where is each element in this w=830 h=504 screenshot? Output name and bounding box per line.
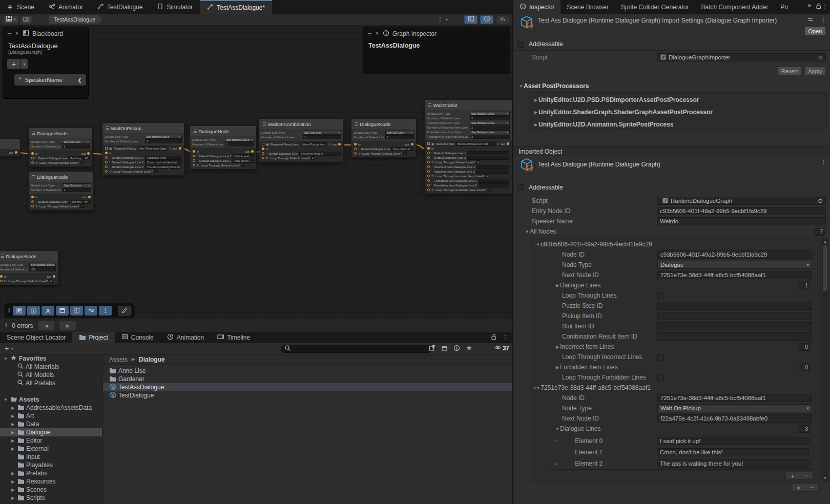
value-field[interactable]: f22a475e-4c2f-41c6-9b73-6a83498abfe0 (657, 414, 812, 423)
checkbox[interactable] (657, 354, 664, 361)
kebab-icon[interactable]: ⋮ (502, 334, 508, 341)
out-port[interactable] (179, 147, 181, 150)
graph-toolbar-grid-button[interactable] (70, 306, 83, 316)
check-port[interactable] (427, 175, 430, 177)
breadcrumb[interactable]: TestAssDialogue (49, 15, 103, 24)
foldout-arrow-icon[interactable]: ▶ (10, 414, 15, 418)
blackboard-panel[interactable]: ☰ ▼ Blackboard TestAssDialogue (Dialogue… (3, 27, 89, 99)
in-port[interactable] (193, 150, 195, 153)
foldout-arrow-icon[interactable]: ▶ (533, 98, 538, 102)
search-by-type-button[interactable] (427, 345, 437, 353)
value-field[interactable] (657, 332, 812, 341)
search-field[interactable] (281, 345, 432, 353)
tab-scene-browser[interactable]: Scene Browser (561, 0, 614, 14)
script-field[interactable]: # DialogueGraphImporter ⊙ (657, 53, 826, 61)
tree-item-scripts[interactable]: ▶Scripts (0, 494, 102, 502)
save-as-button[interactable] (20, 15, 32, 24)
tree-item-art[interactable]: ▶Art (0, 412, 102, 420)
value-field[interactable]: c93b5606-401f-49a2-99b5-9ecbf1fa9c29 (657, 250, 812, 259)
tab-project[interactable]: Project (72, 332, 114, 343)
tab-testdialogue[interactable]: TestDialogue (90, 0, 150, 14)
tree-item-all-models[interactable]: All Models (0, 371, 102, 379)
loop-checkbox[interactable] (242, 163, 245, 167)
search-input[interactable] (293, 345, 429, 352)
prop-field[interactable]: 1 (62, 144, 90, 149)
search-by-label-button[interactable] (440, 345, 449, 353)
tab-scroll-right-icon[interactable]: ▶ (807, 3, 813, 8)
value-field[interactable] (657, 302, 812, 310)
out-port[interactable] (88, 196, 91, 198)
node-title-bar[interactable]: ☰WaitOnCombination (259, 119, 343, 129)
remove-element-button[interactable]: − (799, 472, 813, 479)
tab-scene[interactable]: #Scene (0, 0, 42, 14)
node-title-bar[interactable]: ☰WaitOnSlot (425, 100, 512, 110)
line-port[interactable] (427, 152, 430, 154)
tree-favorites[interactable]: ▼Favorites (0, 354, 102, 363)
line-field[interactable] (479, 183, 509, 187)
drag-handle-icon[interactable]: ‖ (8, 308, 10, 313)
tree-item-all-materials[interactable]: All Materials (0, 363, 102, 371)
loop-checkbox[interactable] (80, 204, 84, 208)
revert-button[interactable]: Revert (778, 67, 801, 75)
postprocessor-shadergraphassetpostprocessor[interactable]: ▶UnityEditor.ShaderGraph.ShaderGraphAsse… (529, 106, 826, 118)
check-port[interactable] (105, 170, 108, 173)
loop-checkbox[interactable]: ✓ (476, 160, 480, 164)
kebab-icon[interactable]: ⋮ (821, 159, 827, 166)
blackboard-field-speakername[interactable]: “ SpeakerName ❮ (14, 74, 86, 86)
check-port[interactable] (31, 205, 34, 207)
remove-node-button[interactable]: − (805, 484, 818, 491)
object-field[interactable]: Meat (Pickup Item Data) (301, 142, 327, 146)
line-port[interactable] (105, 165, 108, 168)
dialogue-node[interactable]: ☰DialogueNodeDefault Line TypeSay Multip… (190, 125, 257, 170)
node-menu-icon[interactable]: ☰ (193, 129, 196, 134)
in-port[interactable] (0, 275, 3, 278)
drag-handle-icon[interactable]: = (554, 461, 556, 466)
tab-animator[interactable]: Animator (42, 0, 90, 14)
add-element-button[interactable]: ＋ (786, 472, 799, 479)
postprocessors-foldout[interactable]: ▼ Asset PostProcessors (513, 81, 830, 91)
tree-item-editor[interactable]: ▶Editor (0, 436, 102, 445)
scrollbar-thumb[interactable] (823, 245, 827, 291)
toggle-minimap-button[interactable] (496, 15, 509, 24)
value-field[interactable]: 7251e73e-38d3-44ff-a8c5-bcf54088aaf1 (657, 394, 812, 402)
next-error-button[interactable]: ▶ (59, 321, 76, 330)
line-port[interactable] (427, 179, 430, 182)
foldout-arrow-icon[interactable]: ▶ (533, 122, 538, 127)
required-toggle[interactable] (262, 143, 264, 145)
prop-dropdown[interactable]: Say Multiple Lines▾ (29, 263, 56, 267)
node-title-bar[interactable]: ☰DialogueNode (0, 251, 58, 261)
scroll-down-icon[interactable]: ▼ (822, 475, 828, 481)
foldout-arrow-icon[interactable]: ▼ (3, 356, 8, 361)
prop-field[interactable]: 2 (470, 135, 510, 139)
addressable-checkbox[interactable] (517, 41, 524, 48)
favorite-search-button[interactable] (464, 345, 473, 353)
add-variable-caret[interactable]: ▾ (21, 59, 28, 69)
line-field[interactable]: I need my meat :) (299, 152, 341, 156)
graph-toolbar-window-button[interactable] (56, 306, 69, 316)
prop-field[interactable]: 1 (303, 135, 341, 139)
toggle-blackboard-button[interactable] (464, 15, 478, 24)
prop-dropdown[interactable]: Say Multiple Lines▾ (145, 135, 182, 139)
line-field[interactable]: Ohhhh yeah, (233, 154, 254, 158)
required-toggle[interactable] (105, 147, 108, 150)
tab-testassdialogue[interactable]: TestAssDialogue* (200, 0, 272, 14)
loop-checkbox[interactable] (154, 170, 158, 173)
value-field[interactable] (657, 312, 812, 320)
graph-toolbar-tools-button[interactable] (42, 306, 54, 316)
tab-inspector[interactable]: Inspector (513, 0, 561, 14)
foldout-arrow-icon[interactable]: ▶ (533, 110, 538, 115)
loop-checkbox[interactable] (403, 152, 407, 155)
tree-item-dialogue[interactable]: ▶Dialogue (0, 428, 102, 436)
lock-icon[interactable] (490, 333, 497, 342)
line-field[interactable]: Now, go on,... (233, 159, 254, 163)
collapse-icon[interactable]: ▼ (375, 31, 380, 36)
kebab-icon[interactable]: ⋮ (821, 16, 827, 24)
line-field[interactable]: Cmon, don't be like this! (145, 160, 181, 164)
save-button[interactable]: ▾ (3, 15, 18, 24)
drag-handle-icon[interactable]: = (554, 450, 556, 455)
prop-dropdown[interactable]: Say Multiple Lines▾ (470, 112, 510, 116)
postprocessor-psdimporterassetpostprocessor[interactable]: ▶UnityEditor.U2D.PSD.PSDImporterAssetPos… (529, 94, 826, 106)
check-port[interactable] (31, 161, 34, 164)
in-port[interactable] (31, 196, 34, 198)
check-port[interactable] (193, 164, 195, 166)
